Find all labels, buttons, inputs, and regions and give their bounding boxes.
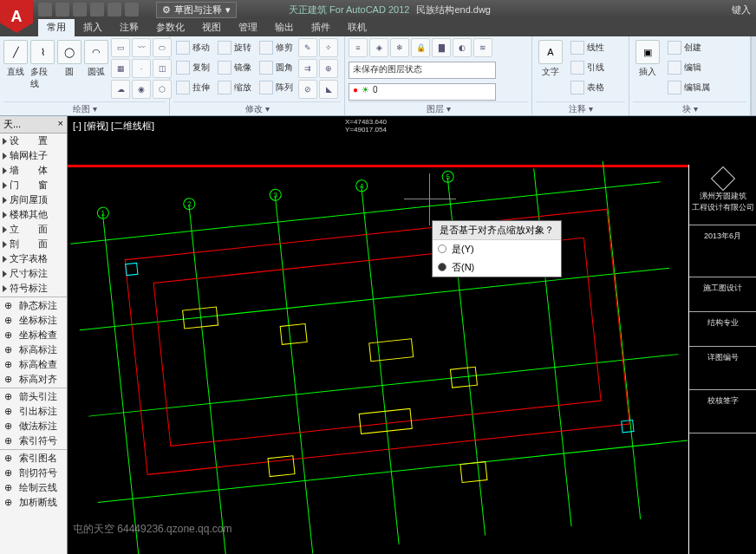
join-icon[interactable]: ⊕ <box>319 59 338 78</box>
palette-item[interactable]: ⊕坐标检查 <box>0 328 67 342</box>
tb-date: 2013年6月 <box>689 225 756 277</box>
palette-item[interactable]: 文字表格 <box>0 251 67 266</box>
open-icon[interactable] <box>55 3 69 16</box>
palette-item[interactable]: ⊕标高检查 <box>0 357 67 372</box>
layerprop-icon[interactable]: ≡ <box>349 38 368 57</box>
copy-button[interactable]: 复制 <box>173 58 212 77</box>
break-icon[interactable]: ⊘ <box>298 80 317 99</box>
tab-plugins[interactable]: 插件 <box>303 19 339 36</box>
palette-item[interactable]: 门 窗 <box>0 178 67 192</box>
palette-item[interactable]: ⊕剖切符号 <box>0 466 67 480</box>
mirror-button[interactable]: 镜像 <box>215 58 254 77</box>
create-button[interactable]: 创建 <box>665 38 713 57</box>
workspace-selector[interactable]: ⚙ 草图与注释 ▾ <box>156 2 237 18</box>
rect-icon[interactable]: ▭ <box>111 38 130 57</box>
layer-state-dropdown[interactable]: 未保存的图层状态 <box>349 62 496 79</box>
palette-item[interactable]: ⊕绘制云线 <box>0 480 67 495</box>
point-icon[interactable]: · <box>132 59 151 78</box>
tab-manage[interactable]: 管理 <box>230 19 266 36</box>
circle-button[interactable]: ◯圆 <box>57 38 81 78</box>
palette-item[interactable]: 楼梯其他 <box>0 207 67 222</box>
layeroff-icon[interactable]: ◐ <box>453 38 472 57</box>
offset-icon[interactable]: ⇉ <box>298 59 317 78</box>
dimlinear-button[interactable]: 线性 <box>568 38 607 57</box>
polyline-button[interactable]: ⌇多段线 <box>30 38 55 90</box>
palette-item[interactable]: ⊕加析断线 <box>0 495 67 510</box>
palette-item[interactable]: 符号标注 <box>0 281 67 296</box>
palette-item[interactable]: ⊕坐标标注 <box>0 313 67 328</box>
fillet-button[interactable]: 圆角 <box>257 58 296 77</box>
tab-view[interactable]: 视图 <box>193 19 230 36</box>
leader-button[interactable]: 引线 <box>568 58 607 77</box>
layerfrz-icon[interactable]: ❄ <box>390 38 409 57</box>
revcloud-icon[interactable]: ☁ <box>111 80 130 99</box>
new-icon[interactable] <box>38 3 52 16</box>
insert-button[interactable]: ▣插入 <box>633 38 662 78</box>
context-yes[interactable]: 是(Y) <box>433 240 561 258</box>
viewport-label[interactable]: [-] [俯视] [二维线框] <box>73 120 154 133</box>
tab-insert[interactable]: 插入 <box>75 19 111 36</box>
save-icon[interactable] <box>73 3 87 16</box>
layeriso-icon[interactable]: ◈ <box>369 38 388 57</box>
palette-item[interactable]: ⊕标高标注 <box>0 342 67 357</box>
palette-item[interactable]: ⊕箭头引注 <box>0 389 67 404</box>
tab-output[interactable]: 输出 <box>266 19 303 36</box>
spline-icon[interactable]: 〰 <box>132 38 151 57</box>
workspace-label: 草图与注释 <box>174 3 222 16</box>
array-button[interactable]: 阵列 <box>257 78 296 97</box>
palette-item-label: 轴网柱子 <box>10 149 48 162</box>
tab-annotate[interactable]: 注释 <box>111 19 147 36</box>
palette-item[interactable]: ⊕索引图名 <box>0 451 67 466</box>
palette-item[interactable]: 房间屋顶 <box>0 192 67 207</box>
search-hint[interactable]: 键入 <box>732 3 751 16</box>
trim-button[interactable]: 修剪 <box>257 38 296 57</box>
undo-icon[interactable] <box>108 3 121 16</box>
edit-button[interactable]: 编辑 <box>665 58 713 77</box>
palette-item[interactable]: 立 面 <box>0 222 67 237</box>
palette-item[interactable]: ⊕静态标注 <box>0 298 67 313</box>
line-button[interactable]: ╱直线 <box>3 38 28 78</box>
palette-item[interactable]: ⊕引出标注 <box>0 404 67 419</box>
polygon-icon[interactable]: ⬡ <box>153 80 172 99</box>
rotate-button[interactable]: 旋转 <box>215 38 254 57</box>
editattr-button[interactable]: 编辑属 <box>665 78 713 97</box>
chamfer-icon[interactable]: ◣ <box>319 80 338 99</box>
ellipse-icon[interactable]: ⬭ <box>153 38 172 57</box>
print-icon[interactable] <box>90 3 104 16</box>
layerlock-icon[interactable]: 🔒 <box>411 38 430 57</box>
palette-item[interactable]: 轴网柱子 <box>0 148 67 163</box>
layermatch-icon[interactable]: ≋ <box>473 38 492 57</box>
tab-online[interactable]: 联机 <box>339 19 375 36</box>
tool-icon: ⊕ <box>4 420 16 433</box>
palette-item[interactable]: 设 置 <box>0 134 67 148</box>
layercol-icon[interactable]: ▇ <box>432 38 451 57</box>
palette-item[interactable]: ⊕做法标注 <box>0 419 67 433</box>
region-icon[interactable]: ◫ <box>153 59 172 78</box>
stretch-button[interactable]: 拉伸 <box>173 78 212 97</box>
palette-item[interactable]: 剖 面 <box>0 237 67 251</box>
scale-button[interactable]: 缩放 <box>215 78 254 97</box>
palette-item[interactable]: 墙 体 <box>0 163 67 178</box>
drawing-canvas[interactable]: [-] [俯视] [二维线框] X=47483.640 Y=49017.054 <box>68 116 756 554</box>
palette-item[interactable]: 尺寸标注 <box>0 266 67 281</box>
ribbon-tabs: 常用 插入 注释 参数化 视图 管理 输出 插件 联机 <box>0 19 756 36</box>
move-button[interactable]: 移动 <box>173 38 212 57</box>
context-no[interactable]: 否(N) <box>433 258 561 277</box>
palette-title[interactable]: 天...× <box>0 116 67 134</box>
donut-icon[interactable]: ◉ <box>132 80 151 99</box>
hatch-icon[interactable]: ▦ <box>111 59 130 78</box>
palette-item[interactable]: ⊕标高对齐 <box>0 372 67 387</box>
palette-item[interactable]: ⊕索引符号 <box>0 433 67 448</box>
explode-icon[interactable]: ✧ <box>319 38 338 57</box>
table-button[interactable]: 表格 <box>568 78 607 97</box>
erase-icon[interactable]: ✎ <box>298 38 317 57</box>
stretch-icon <box>176 81 190 95</box>
layer-current-dropdown[interactable]: ●☀0 <box>349 83 496 101</box>
redo-icon[interactable] <box>125 3 139 16</box>
close-icon[interactable]: × <box>58 118 63 131</box>
arc-button[interactable]: ◠圆弧 <box>84 38 108 78</box>
line-label: 直线 <box>7 66 24 78</box>
text-button[interactable]: A文字 <box>536 38 565 78</box>
tab-home[interactable]: 常用 <box>38 19 75 36</box>
tab-parametric[interactable]: 参数化 <box>147 19 193 36</box>
